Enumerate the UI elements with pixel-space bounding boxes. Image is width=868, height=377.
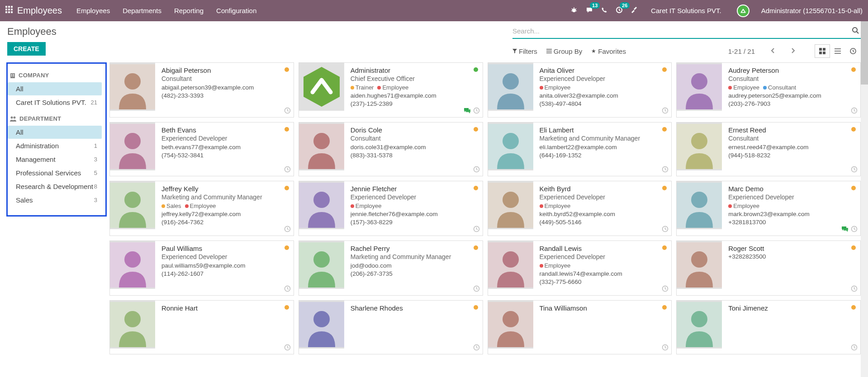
employee-tags: Employee bbox=[728, 203, 856, 209]
phone-icon[interactable] bbox=[601, 7, 607, 14]
messages-icon[interactable]: 13 bbox=[586, 6, 593, 15]
scrollbar-thumb[interactable] bbox=[861, 21, 868, 85]
employee-card[interactable]: Doris ColeConsultantdoris.cole31@example… bbox=[299, 122, 483, 176]
activity-icon[interactable] bbox=[284, 226, 291, 234]
sidebar-department-item-3[interactable]: Professional Services5 bbox=[8, 166, 102, 179]
employee-email: mark.brown23@example.com bbox=[728, 211, 856, 217]
employee-card[interactable]: Jennie FletcherExperienced DeveloperEmpl… bbox=[299, 181, 483, 236]
employee-phone: (944)-518-8232 bbox=[728, 152, 856, 159]
company-switcher[interactable]: Caret IT Solutions PVT. bbox=[651, 7, 721, 14]
sidebar-company-item-1[interactable]: Caret IT Solutions PVT.21 bbox=[8, 96, 102, 109]
employee-title: Experienced Developer bbox=[728, 193, 856, 201]
sidebar-department-item-5[interactable]: Sales3 bbox=[8, 193, 102, 207]
employee-avatar bbox=[110, 63, 155, 111]
nav-reporting[interactable]: Reporting bbox=[174, 7, 204, 14]
activity-icon[interactable] bbox=[473, 166, 480, 174]
nav-employees[interactable]: Employees bbox=[76, 7, 110, 14]
create-button[interactable]: CREATE bbox=[7, 42, 46, 56]
activity-icon[interactable] bbox=[473, 107, 480, 115]
favorites-dropdown[interactable]: ★ Favorites bbox=[591, 47, 626, 55]
svg-point-48 bbox=[124, 133, 141, 149]
employee-card[interactable]: Paul WilliamsExperienced Developerpaul.w… bbox=[109, 240, 294, 296]
employee-tags: EmployeeConsultant bbox=[728, 84, 856, 91]
chat-icon[interactable] bbox=[464, 108, 471, 115]
apps-icon[interactable] bbox=[5, 6, 17, 15]
view-activity[interactable] bbox=[845, 44, 861, 58]
employee-card[interactable]: Eli LambertMarketing and Community Manag… bbox=[488, 122, 672, 176]
employee-card[interactable]: Ernest ReedConsultanternest.reed47@examp… bbox=[676, 122, 861, 176]
search-input[interactable] bbox=[512, 26, 850, 36]
activity-icon[interactable] bbox=[662, 107, 669, 115]
sidebar-department-item-1[interactable]: Administration1 bbox=[8, 139, 102, 152]
activity-icon[interactable] bbox=[473, 285, 480, 293]
employee-card[interactable]: Anita OliverExperienced DeveloperEmploye… bbox=[488, 62, 672, 118]
employee-card[interactable]: Keith ByrdExperienced DeveloperEmployeek… bbox=[488, 181, 672, 236]
employee-card[interactable]: Sharlene Rhodes bbox=[299, 300, 483, 354]
activity-icon[interactable] bbox=[284, 107, 291, 115]
employee-card[interactable]: Randall LewisExperienced DeveloperEmploy… bbox=[488, 240, 672, 296]
employee-card[interactable]: Marc DemoExperienced DeveloperEmployeema… bbox=[676, 181, 861, 236]
employee-card[interactable]: Ronnie Hart bbox=[109, 300, 294, 354]
nav-configuration[interactable]: Configuration bbox=[216, 7, 256, 14]
topbar: Employees Employees Departments Reportin… bbox=[0, 0, 868, 21]
activity-icon[interactable] bbox=[662, 166, 669, 174]
filters-dropdown[interactable]: Filters bbox=[512, 47, 537, 55]
employee-tags: Employee bbox=[351, 203, 478, 209]
svg-point-34 bbox=[11, 116, 13, 118]
chat-icon[interactable] bbox=[841, 226, 849, 234]
activity-icon[interactable] bbox=[851, 107, 858, 115]
activity-icon[interactable] bbox=[662, 226, 669, 234]
activity-icon[interactable] bbox=[662, 285, 669, 293]
pager-prev[interactable] bbox=[768, 47, 778, 55]
activity-icon[interactable] bbox=[284, 166, 291, 174]
user-menu[interactable]: Administrator (12556701-15-0-all) bbox=[761, 7, 863, 14]
tools-icon[interactable] bbox=[631, 6, 638, 15]
sidebar-company-item-0[interactable]: All bbox=[8, 82, 102, 95]
activity-icon[interactable] bbox=[851, 226, 858, 234]
activity-icon[interactable] bbox=[473, 226, 480, 234]
svg-rect-3 bbox=[5, 9, 7, 10]
employee-tag: Employee bbox=[728, 203, 759, 209]
nav-departments[interactable]: Departments bbox=[123, 7, 161, 14]
employee-avatar bbox=[488, 301, 533, 349]
employee-phone: (237)-125-2389 bbox=[351, 100, 478, 107]
search-button[interactable] bbox=[850, 27, 861, 36]
view-list[interactable] bbox=[830, 44, 845, 58]
employee-card[interactable]: Tina Williamson bbox=[488, 300, 672, 354]
activity-icon[interactable] bbox=[851, 344, 858, 352]
scrollbar[interactable] bbox=[861, 21, 868, 376]
sidebar-department-item-4[interactable]: Research & Development8 bbox=[8, 180, 102, 193]
employee-avatar bbox=[299, 123, 344, 170]
employee-card[interactable]: Toni Jimenez bbox=[676, 300, 861, 354]
view-kanban[interactable] bbox=[815, 44, 830, 58]
bug-icon[interactable] bbox=[570, 6, 578, 15]
employee-card[interactable]: Roger Scott+3282823500 bbox=[676, 240, 861, 296]
employee-card[interactable]: Jeffrey KellyMarketing and Community Man… bbox=[109, 181, 294, 236]
activity-icon[interactable] bbox=[284, 285, 291, 293]
employee-tag: Employee bbox=[377, 84, 408, 91]
employee-card[interactable]: AdministratorChief Executive OfficerTrai… bbox=[299, 62, 483, 118]
pager-next[interactable] bbox=[787, 47, 798, 55]
employee-grid: Abigail PetersonConsultantabigail.peters… bbox=[107, 62, 868, 376]
activity-icon[interactable] bbox=[662, 344, 669, 352]
sidebar-department-item-2[interactable]: Management3 bbox=[8, 153, 102, 166]
user-avatar[interactable] bbox=[737, 5, 749, 17]
activity-icon[interactable] bbox=[473, 344, 480, 352]
page-title: Employees bbox=[7, 26, 57, 38]
activity-icon[interactable] bbox=[851, 166, 858, 174]
employee-name: Eli Lambert bbox=[540, 126, 667, 134]
employee-card[interactable]: Abigail PetersonConsultantabigail.peters… bbox=[109, 62, 294, 118]
activity-icon[interactable] bbox=[284, 344, 291, 352]
groupby-dropdown[interactable]: Group By bbox=[546, 47, 582, 55]
employee-email: eli.lambert22@example.com bbox=[540, 144, 667, 151]
employee-card[interactable]: Beth EvansExperienced Developerbeth.evan… bbox=[109, 122, 294, 176]
sidebar-item-count: 1 bbox=[94, 142, 97, 149]
employee-email: beth.evans77@example.com bbox=[161, 144, 289, 151]
employee-name: Beth Evans bbox=[161, 126, 289, 134]
sidebar-department-item-0[interactable]: All bbox=[8, 126, 102, 139]
employee-card[interactable]: Audrey PetersonConsultantEmployeeConsult… bbox=[676, 62, 861, 118]
employee-card[interactable]: Rachel PerryMarketing and Community Mana… bbox=[299, 240, 483, 296]
activities-icon[interactable]: 26 bbox=[616, 6, 623, 15]
activity-icon[interactable] bbox=[851, 285, 858, 293]
svg-rect-8 bbox=[11, 11, 13, 13]
